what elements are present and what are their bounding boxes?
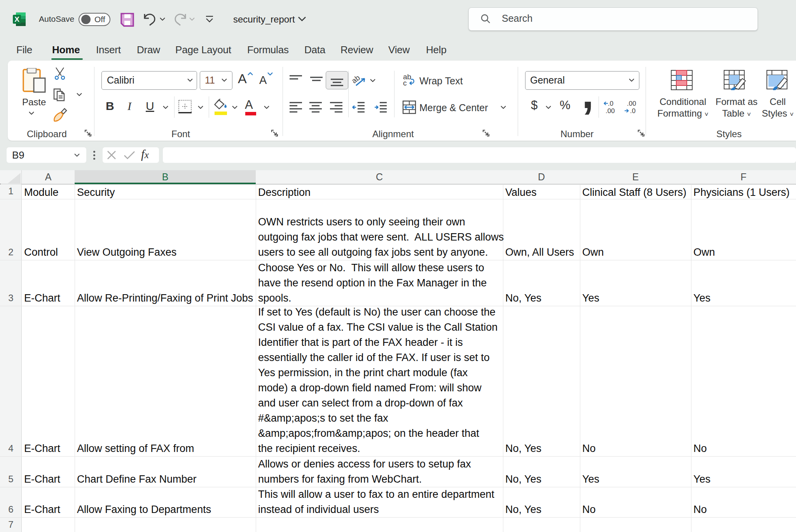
svg-text:.0: .0 [630,107,635,114]
svg-text:.00: .00 [606,107,615,114]
svg-text:.00: .00 [627,100,636,107]
svg-text:.0: .0 [608,100,613,107]
svg-text:c: c [403,79,407,87]
svg-text:ab: ab [352,73,361,85]
